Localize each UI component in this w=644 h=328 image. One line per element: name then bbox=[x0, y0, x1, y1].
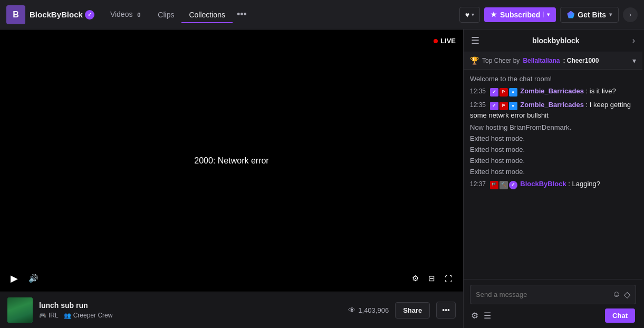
menu-icon[interactable]: ☰ bbox=[471, 35, 479, 46]
stream-tags: 🎮 IRL 👥 Creeper Crew bbox=[39, 312, 342, 319]
thumbnail-image bbox=[7, 297, 33, 323]
flag-badge-red: 🏴 bbox=[490, 181, 498, 189]
chat-system-message: Exited host mode. bbox=[470, 157, 636, 165]
flag-badge: 🏳 bbox=[499, 88, 508, 97]
theatre-mode-button[interactable]: ⊟ bbox=[426, 272, 437, 285]
video-section: LIVE 2000: Network error ▶ 🔊 ⚙ ⊟ ⛶ bbox=[0, 30, 463, 328]
chat-message: 12:35 ✓ 🏳 ● Zombie_Barricades : I keep g… bbox=[470, 100, 636, 120]
chat-emoji-icon[interactable]: ☺ bbox=[612, 290, 621, 300]
nav-forward-button[interactable]: › bbox=[623, 7, 638, 22]
follow-button[interactable]: ♥ ▾ bbox=[459, 7, 480, 23]
chat-channel-name: blockbyblock bbox=[532, 36, 579, 45]
settings-button[interactable]: ⚙ bbox=[410, 272, 421, 285]
chat-system-message: Now hosting BrianFromDenmark. bbox=[470, 123, 636, 131]
chat-badges: ✓ 🏳 ● bbox=[490, 88, 517, 97]
chat-username[interactable]: BlockByBlock bbox=[520, 180, 566, 188]
chat-input-wrap: ☺ ◇ bbox=[470, 285, 636, 304]
verified-badge: ✓ bbox=[509, 181, 517, 189]
top-cheer-user[interactable]: BellaItaliana bbox=[523, 57, 560, 64]
video-controls-right: ⚙ ⊟ ⛶ bbox=[410, 272, 455, 285]
top-nav: B BlockByBlock ✓ Videos 0 Clips Collecti… bbox=[0, 0, 644, 30]
chat-input-icons: ☺ ◇ bbox=[612, 290, 630, 300]
chat-system-message: Exited host mode. bbox=[470, 146, 636, 153]
live-dot-icon bbox=[434, 39, 438, 43]
get-bits-button[interactable]: Get Bits ▾ bbox=[560, 7, 619, 23]
chat-settings-icon[interactable]: ⚙ bbox=[471, 311, 478, 321]
chat-username[interactable]: Zombie_Barricades bbox=[520, 101, 584, 109]
nav-link-collections[interactable]: Collections bbox=[181, 6, 232, 23]
share-button[interactable]: Share bbox=[395, 302, 430, 319]
stream-info: lunch sub run 🎮 IRL 👥 Creeper Crew 👁 1,4… bbox=[0, 292, 463, 328]
eye-icon: 👁 bbox=[348, 306, 355, 314]
collapse-chat-button[interactable]: › bbox=[632, 36, 635, 45]
main-layout: LIVE 2000: Network error ▶ 🔊 ⚙ ⊟ ⛶ bbox=[0, 30, 644, 328]
chat-text: : Lagging? bbox=[568, 180, 600, 188]
chat-text: : is it live? bbox=[586, 87, 616, 95]
stream-more-button[interactable]: ••• bbox=[436, 302, 456, 319]
verified-badge: ✓ bbox=[85, 10, 94, 20]
chat-toolbar: ⚙ ☰ Chat bbox=[470, 308, 636, 323]
nav-right: ♥ ▾ ★ Subscribed ▾ Get Bits ▾ › bbox=[459, 7, 638, 23]
nav-more-button[interactable]: ••• bbox=[233, 5, 251, 24]
play-button[interactable]: ▶ bbox=[8, 271, 20, 286]
top-cheer-bar: 🏆 Top Cheer by BellaItaliana : Cheer1000… bbox=[464, 52, 642, 70]
fullscreen-button[interactable]: ⛶ bbox=[443, 272, 455, 285]
chat-header: ☰ blockbyblock › bbox=[464, 30, 642, 52]
video-error-message: 2000: Network error bbox=[194, 156, 268, 166]
top-cheer-content: 🏆 Top Cheer by BellaItaliana : Cheer1000 bbox=[470, 56, 599, 65]
flag-badge: 🏳 bbox=[499, 102, 508, 110]
subscribe-button[interactable]: ★ Subscribed ▾ bbox=[484, 7, 556, 22]
stream-tag-crew[interactable]: 👥 Creeper Crew bbox=[64, 312, 113, 319]
chat-toolbar-left: ⚙ ☰ bbox=[471, 311, 491, 321]
bits-diamond-icon bbox=[567, 11, 574, 18]
stream-meta: 👁 1,403,906 Share ••• bbox=[348, 302, 456, 319]
sub-badge: ✓ bbox=[490, 102, 498, 110]
chat-system-message: Exited host mode. bbox=[470, 134, 636, 142]
stream-title-area: lunch sub run 🎮 IRL 👥 Creeper Crew bbox=[39, 301, 342, 319]
chat-panel: ☰ blockbyblock › 🏆 Top Cheer by BellaIta… bbox=[463, 30, 642, 328]
chat-input-area: ☺ ◇ ⚙ ☰ Chat bbox=[464, 279, 642, 328]
chat-messages: Welcome to the chat room! 12:35 ✓ 🏳 ● Zo… bbox=[464, 70, 642, 279]
chat-welcome-message: Welcome to the chat room! bbox=[470, 75, 636, 83]
channel-logo[interactable]: B bbox=[6, 5, 25, 24]
stream-title: lunch sub run bbox=[39, 301, 342, 310]
nav-link-clips[interactable]: Clips bbox=[150, 6, 181, 23]
channel-name-display: BlockByBlock ✓ bbox=[30, 10, 94, 20]
sub-badge: ✓ bbox=[490, 88, 498, 97]
chat-send-button[interactable]: Chat bbox=[605, 308, 635, 323]
video-controls: ▶ 🔊 ⚙ ⊟ ⛶ bbox=[0, 265, 463, 292]
volume-button[interactable]: 🔊 bbox=[26, 272, 41, 285]
stream-tag-irl[interactable]: 🎮 IRL bbox=[39, 312, 59, 319]
nav-links: Videos 0 Clips Collections ••• bbox=[103, 5, 251, 24]
hammer-badge: 🔨 bbox=[499, 181, 508, 189]
chat-username[interactable]: Zombie_Barricades bbox=[520, 87, 584, 95]
top-cheer-collapse-icon[interactable]: ▾ bbox=[632, 56, 636, 65]
stream-thumbnail bbox=[7, 297, 33, 323]
chat-list-icon[interactable]: ☰ bbox=[484, 311, 491, 321]
trophy-icon: 🏆 bbox=[470, 56, 479, 65]
chat-bits-icon[interactable]: ◇ bbox=[624, 290, 630, 300]
viewer-count: 👁 1,403,906 bbox=[348, 306, 389, 314]
blue-badge: ● bbox=[509, 88, 517, 97]
tag-icon: 🎮 bbox=[39, 312, 46, 319]
chat-system-message: Exited host mode. bbox=[470, 168, 636, 176]
chat-input[interactable] bbox=[476, 291, 612, 298]
community-icon: 👥 bbox=[64, 312, 71, 319]
live-badge: LIVE bbox=[434, 37, 456, 45]
chat-message: 12:35 ✓ 🏳 ● Zombie_Barricades : is it li… bbox=[470, 86, 636, 97]
blue-badge: ● bbox=[509, 102, 517, 110]
nav-link-videos[interactable]: Videos 0 bbox=[103, 6, 150, 23]
chat-badges: 🏴 🔨 ✓ bbox=[490, 181, 517, 189]
chat-badges: ✓ 🏳 ● bbox=[490, 102, 517, 110]
video-player[interactable]: LIVE 2000: Network error ▶ 🔊 ⚙ ⊟ ⛶ bbox=[0, 30, 463, 292]
chat-message: 12:37 🏴 🔨 ✓ BlockByBlock : Lagging? bbox=[470, 179, 636, 189]
